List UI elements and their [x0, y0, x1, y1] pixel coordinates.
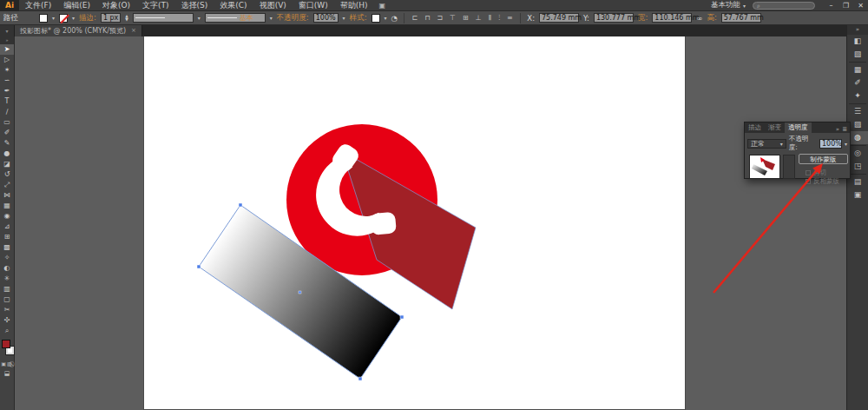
- tab-gradient[interactable]: 渐变: [765, 122, 785, 133]
- minimize-button[interactable]: –: [824, 0, 838, 11]
- tool-width[interactable]: ⋈: [0, 190, 14, 201]
- tool-hand[interactable]: ✣: [0, 315, 14, 326]
- tool-eyedropper[interactable]: ✧: [0, 253, 14, 263]
- gradient-button[interactable]: ▨: [7, 360, 12, 367]
- toolbar-collapse-icon[interactable]: »: [0, 36, 14, 44]
- tool-direct-selection[interactable]: ▷: [0, 55, 14, 65]
- tool-lasso[interactable]: ∽: [0, 76, 14, 86]
- tab-close-icon[interactable]: ×: [131, 25, 136, 36]
- tool-zoom[interactable]: ⌕: [0, 326, 14, 336]
- chevron-down-icon[interactable]: ▾: [198, 15, 201, 21]
- menu-select[interactable]: 选择(S): [175, 0, 214, 11]
- menu-effect[interactable]: 效果(C): [214, 0, 253, 11]
- tool-blob-brush[interactable]: ●: [0, 149, 14, 159]
- stroke-swatch[interactable]: [59, 14, 68, 23]
- symbols-panel-icon[interactable]: ✦: [847, 89, 868, 102]
- tool-shape-builder[interactable]: ◉: [0, 211, 14, 222]
- align-right-icon[interactable]: ⊐: [436, 14, 444, 22]
- width-profile-dropdown[interactable]: [133, 13, 194, 23]
- panel-menu-icon[interactable]: ≣: [842, 126, 847, 133]
- arrange-documents-icon[interactable]: ▣: [379, 2, 386, 10]
- tool-blend[interactable]: ◐: [0, 263, 14, 274]
- object-thumbnail[interactable]: [749, 155, 780, 179]
- stroke-label[interactable]: 描边:: [79, 13, 96, 23]
- canvas[interactable]: [15, 36, 846, 410]
- menu-file[interactable]: 文件(F): [19, 0, 57, 11]
- tool-rectangle[interactable]: ▭: [0, 117, 14, 128]
- tool-mesh[interactable]: ⊞: [0, 232, 14, 242]
- tab-transparency[interactable]: 透明度: [785, 122, 812, 133]
- opacity-field[interactable]: 100%: [313, 13, 339, 23]
- artboards-panel-icon[interactable]: ▣: [847, 188, 868, 202]
- swatches-panel-icon[interactable]: ▦: [847, 63, 868, 76]
- tab-strip-stub[interactable]: ▾: [0, 25, 15, 36]
- chevron-down-icon[interactable]: ▾: [270, 15, 273, 21]
- y-field[interactable]: 130.777 mm: [594, 13, 634, 23]
- panel-collapse-icon[interactable]: »: [836, 126, 839, 133]
- tool-rotate[interactable]: ↺: [0, 169, 14, 180]
- color-button[interactable]: ▣: [1, 360, 6, 367]
- tool-line-segment[interactable]: ∕: [0, 107, 14, 117]
- color-panel-icon[interactable]: ◧: [847, 35, 868, 48]
- tool-paintbrush[interactable]: ✐: [0, 128, 14, 138]
- stroke-panel-icon[interactable]: ☰: [847, 105, 868, 118]
- color-guide-panel-icon[interactable]: ▧: [847, 48, 868, 61]
- stroke-stepper[interactable]: ▲▼: [125, 15, 128, 22]
- tool-perspective-grid[interactable]: ⊿: [0, 222, 14, 232]
- chevron-down-icon[interactable]: ▾: [72, 15, 75, 21]
- document-tab[interactable]: 投影图标* @ 200% (CMYK/预览) ×: [15, 25, 142, 36]
- menu-object[interactable]: 对象(O): [96, 0, 136, 11]
- draw-mode-button[interactable]: ⬓: [0, 370, 14, 377]
- menu-window[interactable]: 窗口(W): [293, 0, 334, 11]
- tool-gradient[interactable]: ▩: [0, 242, 14, 253]
- constrain-proportions-icon[interactable]: ∞: [696, 14, 702, 23]
- dock-collapse-icon[interactable]: »: [847, 25, 868, 35]
- chevron-down-icon[interactable]: ▾: [343, 15, 345, 21]
- search-input[interactable]: ⌕: [753, 2, 815, 10]
- align-top-icon[interactable]: ⊤: [449, 14, 457, 22]
- x-field[interactable]: 75.749 mm: [539, 13, 579, 23]
- tool-scale[interactable]: ⤢: [0, 180, 14, 190]
- distribute-h-icon[interactable]: ⫴: [487, 14, 492, 23]
- align-v-center-icon[interactable]: ⊞: [462, 14, 470, 22]
- tool-column-graph[interactable]: ▥: [0, 284, 14, 294]
- app-logo-icon[interactable]: Ai: [0, 0, 19, 11]
- menu-type[interactable]: 文字(T): [136, 0, 175, 11]
- tool-symbol-sprayer[interactable]: ✳: [0, 274, 14, 284]
- align-h-center-icon[interactable]: ⊓: [424, 14, 431, 22]
- tab-stroke[interactable]: 描边: [745, 122, 765, 133]
- stroke-weight-field[interactable]: 1 px: [101, 13, 121, 23]
- height-field[interactable]: 57.767 mm: [721, 13, 761, 23]
- distribute-v-icon[interactable]: ⫶: [497, 14, 502, 23]
- style-label[interactable]: 样式:: [350, 13, 367, 23]
- menu-view[interactable]: 视图(V): [253, 0, 293, 11]
- tool-type[interactable]: T: [0, 96, 14, 107]
- color-mode-buttons[interactable]: ▣▨⃠: [0, 360, 14, 367]
- align-bottom-icon[interactable]: ⊥: [474, 14, 483, 22]
- menu-help[interactable]: 帮助(H): [334, 0, 374, 11]
- recolor-artwork-icon[interactable]: ◔: [391, 14, 398, 23]
- tool-pen[interactable]: ✒: [0, 86, 14, 96]
- tool-artboard[interactable]: ▢: [0, 294, 14, 305]
- restore-button[interactable]: ❐: [838, 0, 853, 11]
- panel-opacity-field[interactable]: 100%: [819, 139, 842, 149]
- menu-edit[interactable]: 编辑(E): [57, 0, 96, 11]
- brush-definition-dropdown[interactable]: 基本: [205, 13, 266, 23]
- fill-stroke-indicator[interactable]: [0, 338, 14, 360]
- opacity-label[interactable]: 不透明度:: [277, 13, 309, 23]
- tool-eraser[interactable]: ◪: [0, 159, 14, 169]
- tool-slice[interactable]: ✂: [0, 305, 14, 315]
- align-options-icon[interactable]: ≡: [506, 14, 515, 22]
- chevron-down-icon[interactable]: ▾: [385, 15, 387, 21]
- close-button[interactable]: ✕: [853, 0, 868, 11]
- artwork[interactable]: [15, 36, 846, 410]
- make-mask-button[interactable]: 制作蒙版: [799, 154, 848, 164]
- blend-mode-dropdown[interactable]: 正常 ▾: [747, 139, 786, 149]
- workspace-switcher[interactable]: 基本功能 ▾: [711, 0, 746, 10]
- align-left-icon[interactable]: ⊏: [411, 14, 419, 22]
- width-field[interactable]: 110.146 mm: [652, 13, 692, 23]
- tool-pencil[interactable]: ✎: [0, 138, 14, 149]
- fill-swatch[interactable]: [39, 14, 48, 23]
- tool-free-transform[interactable]: ▦: [0, 201, 14, 211]
- tool-magic-wand[interactable]: ✶: [0, 65, 14, 76]
